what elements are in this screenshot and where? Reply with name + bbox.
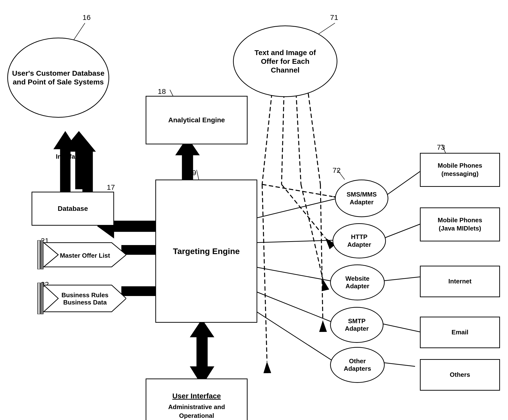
svg-rect-49 xyxy=(41,240,43,269)
smtp-adapter-node: SMTPAdapter xyxy=(330,307,383,343)
analytical-engine-label: Analytical Engine xyxy=(168,116,225,124)
mobile-phones-java-label: Mobile Phones(Java MIDlets) xyxy=(438,216,482,233)
email-label: Email xyxy=(451,328,468,337)
internet-node: Internet xyxy=(420,266,500,297)
sms-mms-adapter-node: SMS/MMSAdapter xyxy=(335,180,388,217)
svg-line-36 xyxy=(320,184,323,320)
targeting-engine-node: Targeting Engine xyxy=(155,180,257,323)
website-adapter-label: WebsiteAdapter xyxy=(345,275,369,290)
svg-line-34 xyxy=(282,184,325,238)
svg-line-46 xyxy=(255,291,334,323)
text-image-offer-node: Text and Image ofOffer for EachChannel xyxy=(233,25,337,97)
ref-19: 19 xyxy=(188,169,196,177)
svg-line-47 xyxy=(255,311,334,362)
svg-rect-52 xyxy=(38,283,40,314)
other-adapters-label: OtherAdapters xyxy=(344,357,371,372)
svg-line-35 xyxy=(301,184,323,279)
svg-rect-48 xyxy=(38,240,40,269)
website-adapter-node: WebsiteAdapter xyxy=(330,264,385,300)
sms-mms-adapter-label: SMS/MMSAdapter xyxy=(347,191,377,206)
svg-line-41 xyxy=(377,323,422,332)
svg-line-43 xyxy=(255,199,335,218)
database-node: Database xyxy=(32,192,114,226)
mobile-phones-msg-node: Mobile Phones(messaging) xyxy=(420,153,500,187)
database-label: Database xyxy=(58,204,88,213)
mobile-phones-msg-label: Mobile Phones(messaging) xyxy=(438,162,482,178)
internet-label: Internet xyxy=(448,277,471,286)
svg-line-32 xyxy=(308,93,320,184)
targeting-engine-label: Targeting Engine xyxy=(173,246,240,256)
svg-text:Business Rules: Business Rules xyxy=(61,291,108,299)
svg-line-8 xyxy=(197,170,199,181)
mobile-phones-java-node: Mobile Phones(Java MIDlets) xyxy=(420,207,500,241)
analytical-engine-node: Analytical Engine xyxy=(146,96,248,144)
http-adapter-node: HTTPAdapter xyxy=(333,223,386,258)
other-adapters-node: OtherAdapters xyxy=(330,347,385,383)
user-interface-title: User Interface xyxy=(172,391,221,401)
svg-rect-53 xyxy=(41,283,43,314)
smtp-adapter-label: SMTPAdapter xyxy=(345,317,369,332)
others-node: Others xyxy=(420,359,500,391)
svg-line-37 xyxy=(262,184,267,362)
others-label: Others xyxy=(450,371,470,379)
ref-72: 72 xyxy=(333,166,341,174)
customer-db-label: User's Customer Database and Point of Sa… xyxy=(8,69,108,86)
master-offer-svg: Master Offer List xyxy=(34,240,126,269)
svg-text:Master Offer List: Master Offer List xyxy=(60,252,110,259)
svg-marker-14 xyxy=(83,149,93,192)
email-node: Email xyxy=(420,317,500,348)
svg-line-45 xyxy=(255,267,334,281)
business-rules-svg: Business Rules Business Data xyxy=(34,283,126,314)
svg-text:Business Data: Business Data xyxy=(63,299,107,306)
user-interface-node: User Interface Administrative andOperati… xyxy=(146,379,248,420)
svg-marker-13 xyxy=(53,131,77,149)
ref-18: 18 xyxy=(158,87,166,96)
ref-71: 71 xyxy=(330,13,338,22)
ref-73: 73 xyxy=(437,143,445,151)
ref-16: 16 xyxy=(83,13,91,22)
svg-line-30 xyxy=(282,93,284,184)
svg-line-44 xyxy=(255,240,334,243)
diagram: 16 User's Customer Database and Point of… xyxy=(0,0,508,420)
svg-line-29 xyxy=(262,93,272,184)
http-adapter-label: HTTPAdapter xyxy=(347,233,371,248)
user-interface-desc: Administrative andOperationalControl xyxy=(168,403,225,420)
interface-label: Interface xyxy=(56,153,82,160)
customer-db-node: User's Customer Database and Point of Sa… xyxy=(7,38,109,118)
svg-line-33 xyxy=(262,184,333,197)
svg-line-31 xyxy=(296,93,301,184)
svg-marker-26 xyxy=(197,337,208,366)
text-image-offer-label: Text and Image ofOffer for EachChannel xyxy=(255,48,316,74)
ref-17: 17 xyxy=(107,183,115,191)
